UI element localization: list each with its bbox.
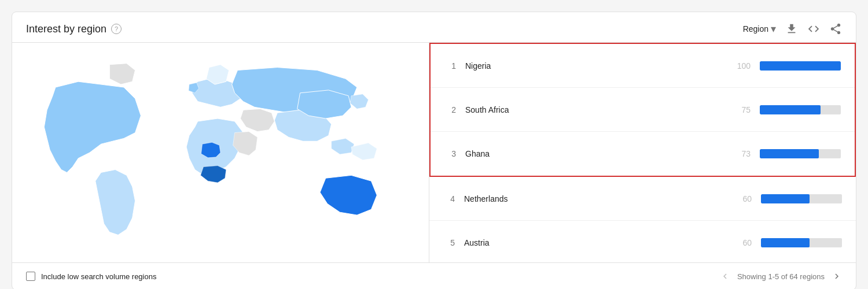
table-row[interactable]: 2South Africa75	[431, 88, 855, 132]
chevron-down-icon: ▾	[771, 23, 776, 35]
region-list: 1Nigeria1002South Africa753Ghana734Nethe…	[429, 43, 856, 265]
table-row[interactable]: 4Netherlands60	[429, 177, 856, 221]
country-name: South Africa	[465, 105, 724, 114]
bar-container	[760, 61, 841, 71]
bar-fill	[760, 105, 821, 114]
bar-container	[761, 194, 842, 203]
interest-by-region-card: Interest by region ? Region ▾	[12, 12, 856, 289]
bar-container	[761, 238, 842, 247]
checkbox-label: Include low search volume regions	[41, 272, 156, 281]
world-map	[21, 52, 420, 253]
help-icon[interactable]: ?	[111, 24, 122, 34]
card-footer: Include low search volume regions Showin…	[12, 262, 856, 289]
low-volume-checkbox[interactable]	[26, 272, 35, 281]
download-button[interactable]	[785, 23, 798, 35]
bar-container	[760, 149, 841, 158]
embed-button[interactable]	[807, 23, 820, 35]
country-name: Ghana	[465, 149, 724, 158]
table-row[interactable]: 1Nigeria100	[431, 44, 855, 88]
country-name: Nigeria	[465, 61, 724, 71]
data-area: 1Nigeria1002South Africa753Ghana734Nethe…	[429, 43, 856, 262]
highlighted-regions-group: 1Nigeria1002South Africa753Ghana73	[429, 43, 856, 177]
pagination: Showing 1-5 of 64 regions	[720, 271, 842, 281]
header-left: Interest by region ?	[26, 23, 122, 35]
rank-number: 1	[444, 61, 456, 71]
page-title: Interest by region	[26, 23, 106, 35]
score-value: 60	[734, 238, 752, 247]
next-page-button[interactable]	[832, 271, 842, 281]
rank-number: 3	[444, 149, 456, 158]
card-header: Interest by region ? Region ▾	[12, 12, 856, 43]
region-label: Region	[743, 24, 768, 34]
table-row[interactable]: 3Ghana73	[431, 132, 855, 176]
pagination-text: Showing 1-5 of 64 regions	[737, 272, 825, 281]
region-selector[interactable]: Region ▾	[743, 23, 776, 35]
bar-fill	[760, 61, 841, 71]
card-body: 1Nigeria1002South Africa753Ghana734Nethe…	[12, 43, 856, 262]
rank-number: 4	[443, 194, 455, 203]
checkbox-area: Include low search volume regions	[26, 272, 156, 281]
score-value: 100	[733, 61, 751, 71]
country-name: Austria	[464, 238, 725, 247]
bar-fill	[760, 149, 819, 158]
bar-fill	[761, 194, 810, 203]
rank-number: 2	[444, 105, 456, 114]
score-value: 60	[734, 194, 752, 203]
share-button[interactable]	[829, 23, 842, 35]
rank-number: 5	[443, 238, 455, 247]
header-right: Region ▾	[743, 23, 842, 35]
bar-container	[760, 105, 841, 114]
table-row[interactable]: 5Austria60	[429, 221, 856, 265]
map-area	[12, 43, 429, 262]
prev-page-button[interactable]	[720, 271, 730, 281]
score-value: 73	[733, 149, 751, 158]
score-value: 75	[733, 105, 751, 114]
bar-fill	[761, 238, 810, 247]
country-name: Netherlands	[464, 194, 725, 203]
